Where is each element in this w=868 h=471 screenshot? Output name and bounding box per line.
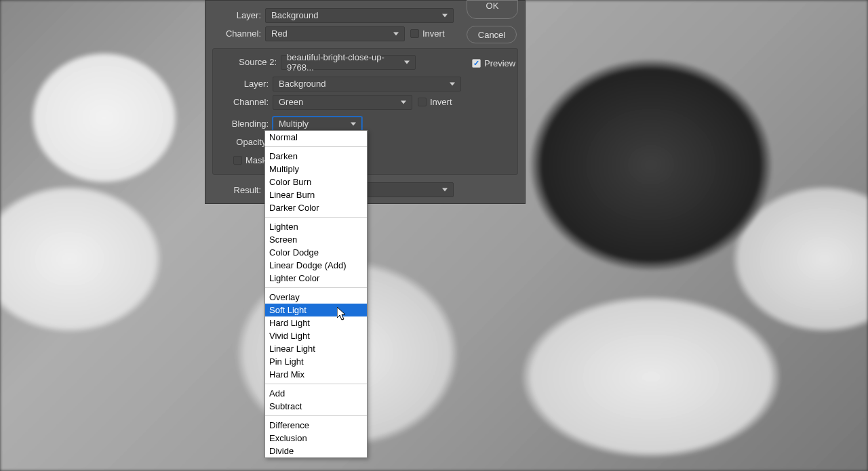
- channel1-select[interactable]: Red: [265, 26, 405, 41]
- layer2-label: Layer:: [213, 79, 273, 89]
- blending-label: Blending:: [213, 119, 273, 129]
- blend-mode-difference[interactable]: Difference: [265, 419, 367, 432]
- source2-select[interactable]: beautiful-bright-close-up-9768...: [281, 55, 416, 70]
- invert2-checkbox[interactable]: [418, 98, 427, 106]
- dropdown-separator: [265, 287, 367, 288]
- source2-label: Source 2:: [213, 57, 281, 67]
- blend-mode-hard-light[interactable]: Hard Light: [265, 316, 367, 329]
- blend-mode-linear-burn[interactable]: Linear Burn: [265, 188, 367, 201]
- channel1-label: Channel:: [205, 28, 265, 39]
- mask-checkbox[interactable]: [233, 156, 242, 165]
- blend-mode-soft-light[interactable]: Soft Light: [265, 304, 367, 316]
- channel2-value: Green: [279, 97, 303, 107]
- layer2-select[interactable]: Background: [273, 77, 461, 91]
- blend-mode-vivid-light[interactable]: Vivid Light: [265, 329, 367, 342]
- dialog-buttons-panel: OK Cancel ✓ Preview: [467, 0, 521, 68]
- layer1-select[interactable]: Background: [265, 8, 454, 23]
- dropdown-separator: [265, 217, 367, 218]
- dropdown-separator: [265, 415, 367, 416]
- channel2-label: Channel:: [213, 97, 273, 107]
- blending-dropdown: NormalDarkenMultiplyColor BurnLinear Bur…: [264, 130, 368, 458]
- channel2-select[interactable]: Green: [273, 95, 412, 110]
- channel1-value: Red: [271, 28, 288, 39]
- dropdown-separator: [265, 146, 367, 147]
- blend-mode-divide[interactable]: Divide: [265, 445, 367, 457]
- blend-mode-exclusion[interactable]: Exclusion: [265, 432, 367, 445]
- layer1-value: Background: [271, 10, 318, 20]
- ok-button[interactable]: OK: [467, 0, 518, 19]
- result-label: Result:: [205, 185, 265, 195]
- invert1-checkbox[interactable]: [410, 29, 419, 38]
- blend-mode-linear-dodge-add-[interactable]: Linear Dodge (Add): [265, 259, 367, 272]
- layer2-value: Background: [279, 79, 326, 89]
- blend-mode-normal[interactable]: Normal: [265, 131, 367, 144]
- blend-mode-lighter-color[interactable]: Lighter Color: [265, 272, 367, 285]
- blend-mode-subtract[interactable]: Subtract: [265, 400, 367, 413]
- blend-mode-hard-mix[interactable]: Hard Mix: [265, 368, 367, 381]
- blend-mode-pin-light[interactable]: Pin Light: [265, 355, 367, 368]
- opacity-label: Opacity:: [213, 137, 273, 147]
- cancel-button[interactable]: Cancel: [467, 26, 517, 43]
- blend-mode-add[interactable]: Add: [265, 387, 367, 400]
- preview-label: Preview: [484, 58, 515, 68]
- blend-mode-linear-light[interactable]: Linear Light: [265, 342, 367, 355]
- layer1-label: Layer:: [205, 10, 265, 20]
- blend-mode-multiply[interactable]: Multiply: [265, 163, 367, 176]
- blend-mode-color-dodge[interactable]: Color Dodge: [265, 246, 367, 259]
- invert2-label: Invert: [430, 97, 452, 107]
- invert1-label: Invert: [422, 28, 445, 39]
- blend-mode-overlay[interactable]: Overlay: [265, 291, 367, 304]
- blending-value: Multiply: [279, 119, 309, 129]
- preview-checkbox[interactable]: ✓: [472, 59, 481, 68]
- blend-mode-darken[interactable]: Darken: [265, 150, 367, 163]
- source2-value: beautiful-bright-close-up-9768...: [287, 52, 400, 73]
- dropdown-separator: [265, 384, 367, 384]
- blend-mode-darker-color[interactable]: Darker Color: [265, 201, 367, 214]
- blend-mode-color-burn[interactable]: Color Burn: [265, 176, 367, 188]
- blending-select[interactable]: Multiply: [273, 117, 362, 131]
- blend-mode-screen[interactable]: Screen: [265, 233, 367, 246]
- blend-mode-lighten[interactable]: Lighten: [265, 220, 367, 233]
